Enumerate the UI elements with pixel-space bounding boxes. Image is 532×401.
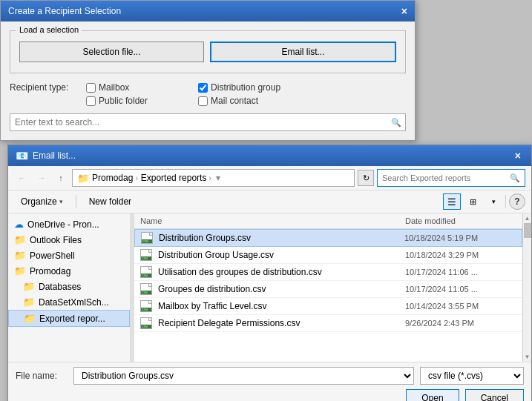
filename-row: File name: Distribution Groups.csv csv f…: [16, 367, 524, 385]
file-date-0: 10/18/2024 5:19 PM: [404, 233, 516, 242]
address-bar: 📁 Promodag › Exported reports › ▾: [72, 169, 355, 187]
file-row-0[interactable]: CSV Distribution Groups.csv 10/18/2024 5…: [134, 229, 522, 247]
sidebar-promodag-label: Promodag: [30, 266, 70, 276]
cloud-icon: ☁: [14, 219, 24, 230]
bg-dialog-close-button[interactable]: ×: [401, 5, 407, 17]
toolbar: Organize ▾ New folder ☰ ⊞ ▾ ?: [8, 190, 531, 213]
sidebar-databases-label: Databases: [39, 282, 81, 292]
file-row-3[interactable]: CSV Groupes de distribution.csv 10/17/20…: [134, 281, 522, 298]
up-button[interactable]: ↑: [53, 170, 69, 186]
sidebar-datasetxml-label: DataSetXmlSch...: [39, 297, 109, 308]
filetype-select[interactable]: csv file (*.cvs) All files (*.*): [420, 367, 524, 385]
help-button[interactable]: ?: [509, 193, 525, 210]
address-dropdown-button[interactable]: ▾: [216, 173, 220, 183]
public-folder-label: Public folder: [99, 96, 148, 106]
search-wrapper: [10, 113, 406, 131]
distribution-group-label: Distribution group: [211, 82, 280, 93]
csv-icon-2: CSV: [140, 266, 154, 278]
address-chevron-2: ›: [208, 174, 211, 182]
address-promodag-label: Promodag: [92, 173, 133, 183]
mailbox-checkbox[interactable]: [86, 83, 96, 93]
toolbar-separator: [76, 195, 76, 208]
column-header-name[interactable]: Name: [140, 216, 405, 225]
address-exported-reports[interactable]: Exported reports ›: [141, 173, 211, 183]
load-legend: Load a selection: [16, 25, 82, 34]
forward-button[interactable]: →: [33, 170, 50, 186]
address-promodag[interactable]: Promodag ›: [92, 173, 138, 183]
sidebar-item-promodag[interactable]: 📁 Promodag: [8, 263, 130, 279]
file-list-header: Name Date modified: [134, 213, 522, 229]
organize-button[interactable]: Organize ▾: [14, 193, 70, 210]
sidebar: ☁ OneDrive - Pron... 📁 Outlook Files 📁 P…: [8, 213, 131, 362]
main-area: ☁ OneDrive - Pron... 📁 Outlook Files 📁 P…: [8, 213, 531, 362]
scroll-track[interactable]: [523, 223, 531, 352]
file-list-scrollbar[interactable]: ▲ ▼: [522, 213, 531, 362]
scroll-up-arrow[interactable]: ▲: [523, 213, 532, 223]
organize-label: Organize: [21, 196, 57, 207]
folder-icon-outlook: 📁: [14, 234, 26, 245]
file-date-4: 10/14/2024 3:55 PM: [405, 302, 516, 311]
file-name-1: Distribution Group Usage.csv: [158, 250, 405, 260]
filename-label: File name:: [16, 371, 68, 381]
back-button[interactable]: ←: [14, 170, 30, 186]
details-view-button[interactable]: ⊞: [464, 193, 482, 210]
csv-icon-4: CSV: [140, 300, 154, 312]
sidebar-item-outlook[interactable]: 📁 Outlook Files: [8, 232, 130, 248]
folder-icon-datasetxml: 📁: [23, 296, 35, 308]
file-dialog-close-button[interactable]: ×: [512, 150, 524, 162]
view-dropdown-button[interactable]: ▾: [485, 193, 502, 210]
mail-contact-checkbox-label[interactable]: Mail contact: [198, 96, 280, 106]
file-row-4[interactable]: CSV Mailbox by Traffic Level.csv 10/14/2…: [134, 298, 522, 315]
sidebar-item-datasetxml[interactable]: 📁 DataSetXmlSch...: [8, 294, 130, 310]
file-dialog-title: Email list...: [33, 150, 76, 161]
selection-file-button[interactable]: Selection file...: [19, 42, 204, 62]
file-row-1[interactable]: CSV Distribution Group Usage.csv 10/18/2…: [134, 247, 522, 264]
file-name-3: Groupes de distribution.csv: [158, 284, 405, 294]
distribution-group-checkbox-label[interactable]: Distribution group: [198, 82, 280, 93]
list-view-button[interactable]: ☰: [443, 193, 461, 210]
scroll-down-arrow[interactable]: ▼: [523, 352, 532, 362]
recipient-type-label: Recipient type:: [10, 82, 80, 93]
file-date-1: 10/18/2024 3:29 PM: [405, 251, 516, 259]
mail-contact-label: Mail contact: [211, 96, 258, 106]
email-list-button[interactable]: Email list...: [210, 42, 396, 62]
mail-contact-checkbox[interactable]: [198, 96, 208, 106]
sidebar-item-exported[interactable]: 📁 Exported repor...: [8, 310, 130, 327]
column-header-date[interactable]: Date modified: [405, 216, 516, 225]
sidebar-item-powershell[interactable]: 📁 PowerShell: [8, 248, 130, 263]
recipient-search-input[interactable]: [10, 113, 406, 131]
refresh-button[interactable]: ↻: [358, 170, 374, 186]
search-bar: 🔍: [377, 169, 525, 187]
public-folder-checkbox[interactable]: [86, 96, 96, 106]
file-name-2: Utilisation des groupes de distribution.…: [158, 267, 405, 277]
open-button[interactable]: Open: [406, 389, 459, 401]
mailbox-checkbox-label[interactable]: Mailbox: [86, 82, 168, 93]
file-list: Name Date modified CSV Distribution Grou…: [134, 213, 522, 362]
organize-chevron: ▾: [59, 198, 63, 205]
sidebar-item-onedrive[interactable]: ☁ OneDrive - Pron...: [8, 216, 130, 232]
folder-icon-promodag: 📁: [14, 265, 26, 276]
bottom-bar: File name: Distribution Groups.csv csv f…: [8, 362, 531, 401]
sidebar-powershell-label: PowerShell: [30, 251, 75, 261]
load-section: Load a selection Selection file... Email…: [10, 30, 406, 73]
file-row-2[interactable]: CSV Utilisation des groupes de distribut…: [134, 264, 522, 281]
distribution-group-checkbox[interactable]: [198, 83, 208, 93]
cancel-button[interactable]: Cancel: [465, 389, 524, 401]
address-folder-icon: 📁: [77, 173, 89, 184]
csv-icon-5: CSV: [140, 317, 154, 329]
search-icon: 🔍: [510, 173, 520, 183]
file-date-2: 10/17/2024 11:06 ...: [405, 268, 516, 276]
file-search-input[interactable]: [382, 173, 507, 182]
recipient-selection-dialog: Create a Recipient Selection × Load a se…: [0, 0, 416, 141]
action-row: Open Cancel: [16, 389, 524, 401]
scroll-thumb[interactable]: [524, 223, 531, 238]
toolbar-separator-2: [505, 195, 506, 208]
recipient-type-section: Recipient type: Mailbox Distribution gro…: [10, 82, 406, 106]
sidebar-item-databases[interactable]: 📁 Databases: [8, 279, 130, 294]
new-folder-button[interactable]: New folder: [82, 193, 138, 210]
filename-input[interactable]: Distribution Groups.csv: [73, 367, 414, 385]
nav-bar: ← → ↑ 📁 Promodag › Exported reports › ▾ …: [8, 166, 531, 190]
public-folder-checkbox-label[interactable]: Public folder: [86, 96, 168, 106]
file-dialog: 📧 Email list... × ← → ↑ 📁 Promodag › Exp…: [7, 145, 532, 401]
file-row-5[interactable]: CSV Recipient Delegate Permissions.csv 9…: [134, 315, 522, 332]
